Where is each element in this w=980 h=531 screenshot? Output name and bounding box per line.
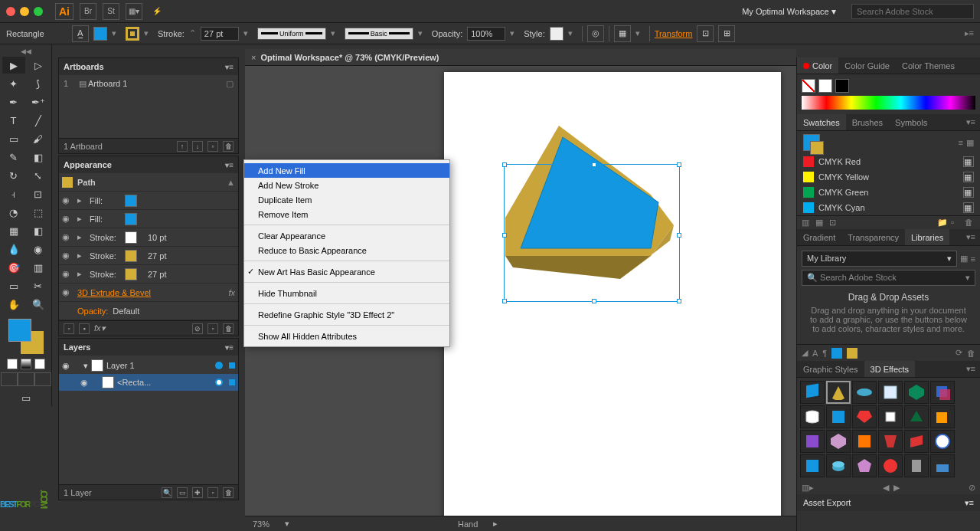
tab-libraries[interactable]: Libraries	[905, 229, 949, 245]
fill-stroke-control[interactable]	[7, 317, 45, 356]
pen-tool[interactable]: ✒	[2, 93, 25, 110]
expand-icon[interactable]: ▸	[77, 232, 85, 242]
attr-swatch[interactable]	[125, 250, 137, 262]
gs-break-link-icon[interactable]: ⊘	[969, 483, 975, 493]
attr-swatch[interactable]	[125, 231, 137, 244]
visibility-icon[interactable]: ◉	[80, 378, 88, 388]
free-transform-tool[interactable]: ⊡	[27, 185, 50, 202]
tab-transparency[interactable]: Transparency	[841, 229, 905, 245]
menu-item[interactable]: ✓New Art Has Basic Appearance	[244, 264, 449, 279]
draw-normal[interactable]	[1, 372, 18, 386]
width-tool[interactable]: ⫞	[2, 185, 25, 202]
workspace-switcher[interactable]: My Optimal Workspace ▾	[733, 6, 845, 17]
swatch-libraries-icon[interactable]: ▥	[802, 218, 812, 228]
gs-next-icon[interactable]: ▶	[893, 483, 900, 493]
locate-object-icon[interactable]: 🔍	[162, 487, 172, 498]
swatch-row[interactable]: CMYK Cyan▦	[797, 200, 980, 215]
new-color-group-icon[interactable]: 📁	[937, 218, 948, 228]
add-fill-color-icon[interactable]	[831, 348, 842, 359]
target-icon[interactable]	[215, 379, 223, 386]
style-thumb[interactable]	[800, 454, 825, 477]
menu-item[interactable]: Reduce to Basic Appearance	[244, 243, 449, 257]
artboard-row[interactable]: 1 ▤ Artboard 1 ▢	[59, 75, 238, 92]
add-stroke-color-icon[interactable]	[847, 348, 858, 359]
blend-tool[interactable]: ◉	[27, 241, 50, 257]
bridge-icon[interactable]: Br	[80, 3, 96, 20]
style-thumb[interactable]	[826, 381, 851, 404]
style-thumb[interactable]	[800, 405, 825, 428]
black-swatch[interactable]	[835, 79, 849, 93]
new-swatch-icon[interactable]: ▫	[951, 218, 962, 228]
artboard-options-icon[interactable]: ▢	[226, 79, 234, 89]
appearance-effect-row[interactable]: ◉ 3D Extrude & Bevel fx	[59, 284, 238, 302]
screen-mode[interactable]: ▭	[15, 389, 38, 406]
reorder-down-icon[interactable]: ↓	[192, 141, 203, 152]
asset-export-menu[interactable]: ▾≡	[965, 498, 974, 508]
new-stroke-icon[interactable]: ▫	[64, 323, 74, 334]
tab-graphic-styles[interactable]: Graphic Styles	[797, 361, 864, 377]
tab-swatches[interactable]: Swatches	[797, 114, 846, 130]
hand-tool[interactable]: ✋	[2, 296, 25, 313]
symbol-sprayer-tool[interactable]: 🎯	[2, 259, 25, 276]
appearance-stroke-row[interactable]: ◉▸Stroke:27 pt	[59, 247, 238, 265]
stroke-weight-dropdown[interactable]: ▾	[243, 28, 253, 38]
color-mode[interactable]	[7, 359, 18, 369]
target-icon[interactable]	[215, 362, 223, 369]
artboard-tool[interactable]: ▭	[2, 277, 25, 294]
eyedropper-tool[interactable]: 💧	[2, 241, 25, 257]
close-window-button[interactable]	[6, 7, 15, 16]
style-thumb[interactable]	[878, 381, 903, 404]
selection-handle[interactable]	[677, 162, 681, 167]
new-sublayer-icon[interactable]: ✚	[192, 487, 203, 498]
selection-handle[interactable]	[502, 162, 507, 167]
scale-tool[interactable]: ⤡	[27, 167, 50, 184]
fx-menu-icon[interactable]: fx▾	[94, 323, 106, 333]
new-layer-icon[interactable]: ▫	[207, 487, 218, 498]
rectangle-tool[interactable]: ▭	[2, 130, 25, 147]
add-char-style-icon[interactable]: A	[812, 349, 818, 358]
delete-layer-icon[interactable]: 🗑	[223, 487, 234, 498]
tab-gradient[interactable]: Gradient	[797, 229, 841, 245]
stroke-profile[interactable]: Uniform	[257, 28, 326, 40]
appearance-panel-menu[interactable]: ▾≡	[225, 161, 234, 169]
artboard-canvas[interactable]	[444, 72, 781, 531]
appearance-fill-row[interactable]: ◉▸Fill:	[59, 192, 238, 210]
type-tool[interactable]: T	[2, 112, 25, 129]
line-tool[interactable]: ╱	[27, 112, 50, 129]
selection-handle[interactable]	[502, 299, 507, 303]
lasso-tool[interactable]: ⟆	[27, 75, 50, 92]
style-thumb[interactable]	[904, 454, 929, 477]
library-selector[interactable]: My Library▾	[802, 251, 957, 267]
style-thumb[interactable]	[852, 454, 877, 477]
opacity-input[interactable]	[467, 27, 505, 41]
style-thumb[interactable]	[930, 381, 955, 404]
stock-icon[interactable]: St	[103, 3, 119, 20]
selection-handle[interactable]	[677, 233, 681, 238]
expand-icon[interactable]: ▾	[83, 361, 88, 371]
visibility-icon[interactable]: ◉	[62, 195, 73, 205]
rotate-tool[interactable]: ↻	[2, 167, 25, 184]
style-thumb[interactable]	[904, 405, 929, 428]
draw-behind[interactable]	[18, 372, 34, 386]
visibility-icon[interactable]: ◉	[62, 214, 73, 224]
align-icon[interactable]: ▦	[614, 25, 631, 42]
attr-swatch[interactable]	[125, 268, 137, 280]
gradient-tool[interactable]: ◧	[27, 222, 50, 239]
lib-grid-view-icon[interactable]: ≡	[971, 254, 975, 264]
selection-handle[interactable]	[502, 233, 507, 238]
duplicate-item-icon[interactable]: ▫	[207, 323, 218, 334]
list-view-icon[interactable]: ≡	[959, 138, 963, 147]
delete-artboard-icon[interactable]: 🗑	[223, 141, 234, 152]
toolbox-collapse[interactable]: ◀◀	[0, 48, 51, 55]
isolate-icon[interactable]: ⊡	[697, 25, 714, 42]
swatches-panel-menu[interactable]: ▾≡	[962, 117, 980, 127]
minimize-window-button[interactable]	[20, 7, 29, 16]
transform-link[interactable]: Transform	[655, 29, 693, 38]
attr-swatch[interactable]	[125, 195, 137, 207]
tab-color-themes[interactable]: Color Themes	[896, 57, 961, 74]
visibility-icon[interactable]: ◉	[62, 232, 73, 242]
controlbar-overflow[interactable]: ▸≡	[965, 28, 974, 38]
add-para-style-icon[interactable]: ¶	[822, 349, 827, 358]
appearance-path-row[interactable]: Path ▲	[59, 173, 238, 192]
tab-3d-effects[interactable]: 3D Effects	[864, 361, 916, 377]
